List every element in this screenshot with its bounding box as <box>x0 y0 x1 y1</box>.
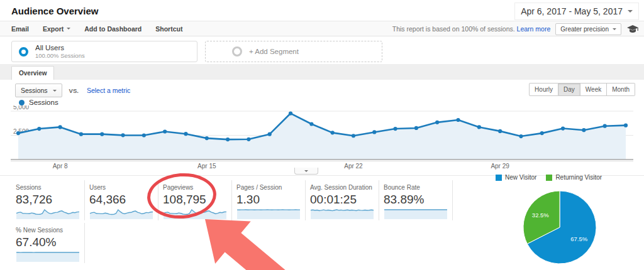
overview-panel: Sessions VS. Select a metric Hourly Day … <box>0 80 644 270</box>
scorecard-label[interactable]: Avg. Session Duration <box>310 184 374 191</box>
scorecard-value: 67.40% <box>16 235 80 249</box>
scorecard-value: 00:01:25 <box>310 193 374 207</box>
granularity-buttons: Hourly Day Week Month <box>529 83 635 96</box>
add-to-dashboard-button[interactable]: Add to Dashboard <box>84 25 142 33</box>
academy-cap-icon[interactable] <box>626 24 639 34</box>
svg-text:Apr 22: Apr 22 <box>344 163 363 170</box>
add-segment-button[interactable]: + Add Segment <box>205 41 382 62</box>
scorecard-sessions: Sessions83,726 <box>11 180 85 220</box>
learn-more-link[interactable]: Learn more <box>517 25 551 33</box>
add-segment-label: + Add Segment <box>249 48 299 55</box>
report-header: Audience Overview Apr 6, 2017 - May 5, 2… <box>0 0 644 21</box>
scorecard-sparkline <box>16 208 80 219</box>
audience-overview-page: Audience Overview Apr 6, 2017 - May 5, 2… <box>0 0 644 270</box>
metric-select-label: Sessions <box>21 87 48 94</box>
metric-select-dropdown[interactable]: Sessions <box>15 84 62 97</box>
scorecard-pages-session: Pages / Session1.30 <box>232 180 306 220</box>
scorecard-sparkline <box>163 208 227 219</box>
scorecard-sparkline <box>236 208 301 219</box>
svg-text:Apr 29: Apr 29 <box>491 163 509 170</box>
toolbar-right-cluster: This report is based on 100% of sessions… <box>392 21 639 36</box>
shortcut-button[interactable]: Shortcut <box>155 25 182 33</box>
report-toolbar: Email Export Add to Dashboard Shortcut T… <box>0 21 644 36</box>
scorecard-sparkline <box>310 208 374 219</box>
scorecards-row1: Sessions83,726Users64,366Pageviews108,79… <box>11 180 453 220</box>
segment-name: All Users <box>35 44 85 51</box>
scorecard-label[interactable]: % New Sessions <box>16 227 80 234</box>
email-button[interactable]: Email <box>11 25 29 33</box>
chevron-down-icon <box>613 28 616 30</box>
scorecard-sparkline <box>16 251 80 262</box>
chevron-down-icon <box>53 90 57 92</box>
returning-visitor-swatch-icon <box>546 175 552 181</box>
svg-text:5,000: 5,000 <box>13 105 29 111</box>
chevron-down-icon <box>304 170 308 172</box>
scorecard-sparkline <box>384 208 448 219</box>
scorecard-value: 83.89% <box>384 193 448 207</box>
scorecard-avg-session-duration: Avg. Session Duration00:01:25 <box>306 180 379 220</box>
scorecard-value: 108,795 <box>163 193 227 207</box>
pie-legend-label: Returning Visitor <box>555 174 602 181</box>
scorecard-label[interactable]: Pages / Session <box>236 184 301 191</box>
pie-legend-label: New Visitor <box>505 174 536 181</box>
granularity-hourly[interactable]: Hourly <box>529 83 558 96</box>
sessions-legend-dot <box>19 100 25 105</box>
svg-text:Apr 15: Apr 15 <box>197 163 216 170</box>
segment-donut-icon <box>232 46 242 57</box>
scorecard-users: Users64,366 <box>85 180 158 220</box>
metric-picker-row: Sessions VS. Select a metric <box>15 84 130 97</box>
date-range-selector[interactable]: Apr 6, 2017 - May 5, 2017 <box>514 3 639 20</box>
chevron-down-icon <box>67 28 70 30</box>
precision-dropdown[interactable]: Greater precision <box>555 23 621 35</box>
vs-label: VS. <box>69 87 79 94</box>
select-a-metric-link[interactable]: Select a metric <box>87 87 130 94</box>
export-button-label: Export <box>43 25 64 33</box>
chart-annotations-handle[interactable] <box>294 168 318 175</box>
scorecard-new-sessions: % New Sessions67.40% <box>11 223 85 263</box>
svg-text:Apr 8: Apr 8 <box>53 163 68 170</box>
date-range-text: Apr 6, 2017 - May 5, 2017 <box>521 6 623 16</box>
scorecard-value: 83,726 <box>16 193 80 207</box>
svg-text:32.5%: 32.5% <box>532 212 549 219</box>
svg-text:67.5%: 67.5% <box>570 235 587 242</box>
granularity-week[interactable]: Week <box>580 83 607 96</box>
scorecards-row2: % New Sessions67.40% <box>11 223 85 263</box>
scorecard-value: 64,366 <box>89 193 153 207</box>
precision-label: Greater precision <box>560 26 609 33</box>
granularity-day[interactable]: Day <box>558 83 580 96</box>
sampling-note: This report is based on 100% of sessions… <box>392 25 551 33</box>
sampling-note-text: This report is based on 100% of sessions… <box>392 25 515 33</box>
segment-donut-icon <box>19 47 28 57</box>
segment-all-users[interactable]: All Users 100.00% Sessions <box>11 41 197 62</box>
page-title: Audience Overview <box>11 6 98 16</box>
sessions-line-chart[interactable]: 2,5005,000Apr 8Apr 15Apr 22Apr 29 <box>11 105 633 170</box>
tab-overview[interactable]: Overview <box>11 66 54 80</box>
segments-band: All Users 100.00% Sessions + Add Segment <box>0 36 644 64</box>
visitor-type-pie-chart[interactable]: 67.5%32.5% <box>513 185 607 270</box>
granularity-month[interactable]: Month <box>607 83 635 96</box>
scorecard-label[interactable]: Sessions <box>16 184 80 191</box>
pie-legend-item-returning-visitor: Returning Visitor <box>546 174 602 181</box>
chevron-down-icon <box>628 10 633 13</box>
scorecard-label[interactable]: Bounce Rate <box>384 184 448 191</box>
export-button[interactable]: Export <box>43 25 70 33</box>
pie-legend: New Visitor Returning Visitor <box>496 174 602 181</box>
scorecard-pageviews: Pageviews108,795 <box>158 180 232 220</box>
scorecard-bounce-rate: Bounce Rate83.89% <box>379 180 453 220</box>
segment-detail: 100.00% Sessions <box>35 52 85 59</box>
tab-strip: Overview <box>0 64 644 80</box>
scorecard-label[interactable]: Users <box>89 184 153 191</box>
scorecard-label[interactable]: Pageviews <box>163 184 227 191</box>
scorecard-value: 1.30 <box>236 193 301 207</box>
new-visitor-swatch-icon <box>496 175 502 181</box>
scorecard-sparkline <box>89 208 153 219</box>
pie-legend-item-new-visitor: New Visitor <box>496 174 536 181</box>
